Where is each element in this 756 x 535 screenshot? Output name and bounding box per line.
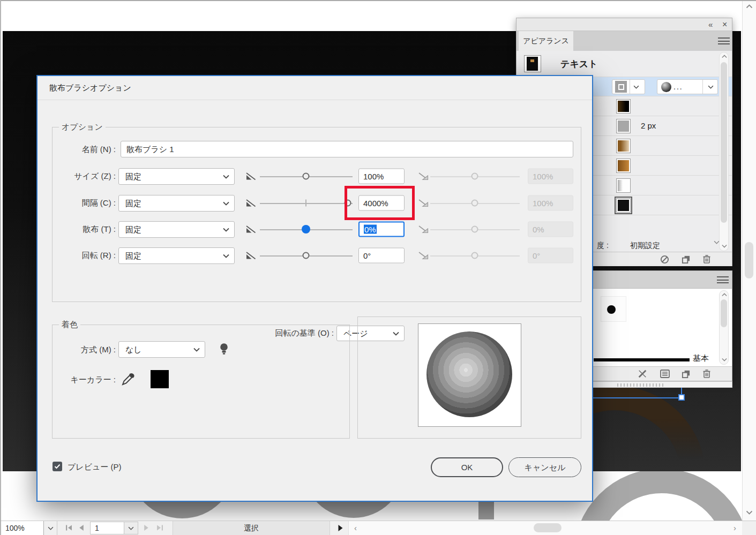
scroll-up-icon[interactable] [722,55,727,58]
options-group: オプション 名前 (N) : 散布ブラシ 1 サイズ (Z) : 固定 100% [52,127,581,302]
horizontal-scrollbar[interactable]: ‹ › [348,521,742,535]
key-color-swatch[interactable] [151,370,169,388]
next-artboard-icon[interactable] [144,524,149,531]
vertical-scrollbar[interactable] [742,0,756,521]
zoom-level-field[interactable]: 100% [1,521,44,535]
scroll-down-icon[interactable] [722,244,727,248]
chevron-down-icon[interactable] [708,85,714,89]
new-brush-icon[interactable] [682,370,691,379]
resize-grip-icon [617,383,665,387]
appearance-item-thumbnail [524,55,541,72]
slider-diagonal-icon [418,171,429,181]
brush-name-input[interactable]: 散布ブラシ 1 [121,141,573,157]
rotation-mode-select[interactable]: 固定 [118,247,235,264]
trash-icon[interactable] [702,369,711,379]
basic-brush-label: 基本 [693,353,709,364]
cancel-button[interactable]: キャンセル [508,457,581,477]
gray-swatch[interactable] [616,119,631,133]
spacing-random-field: 100% [528,195,573,211]
trash-icon[interactable] [702,254,711,264]
scroll-left-icon[interactable]: ‹ [354,523,357,532]
collapse-panel-icon[interactable]: « [708,19,713,31]
opacity-value[interactable]: 初期設定 [630,241,660,251]
scatter-mode-select[interactable]: 固定 [118,221,235,238]
size-random-knob [471,173,478,180]
scatter-slider-knob[interactable] [302,225,310,233]
scatter-brush-dot [607,305,616,314]
colorization-tips-icon[interactable] [220,343,228,356]
chevron-down-icon [223,228,229,232]
key-color-row: キーカラー : [53,369,331,390]
selection-anchor-handle[interactable] [678,394,685,401]
brush-options-icon[interactable] [660,370,670,378]
chevron-down-icon [223,175,229,179]
slider-diagonal-icon [245,251,256,260]
scrollbar-thumb[interactable] [721,62,727,223]
gradient-swatch[interactable] [616,139,631,153]
rotation-random-field: 0° [528,248,573,263]
illustrator-app: « × アピアランス テキスト [0,0,756,535]
rotation-slider-knob[interactable] [303,252,310,259]
size-mode-select[interactable]: 固定 [118,168,235,185]
remove-brush-stroke-icon[interactable] [638,369,647,379]
scroll-up-icon[interactable] [722,293,727,297]
tab-appearance[interactable]: アピアランス [519,31,573,51]
scatter-random-knob [471,226,478,233]
previous-artboard-icon[interactable] [78,524,84,531]
chevron-down-icon [223,201,229,206]
scrollbar-thumb[interactable] [534,523,562,532]
brush-name-ellipsis: ... [673,82,683,91]
duplicate-item-icon[interactable] [682,255,691,264]
name-label: 名前 (N) : [53,145,116,155]
scatter-row: 散布 (T) : 固定 0% 0% [53,216,573,243]
preview-checkbox[interactable] [53,462,62,471]
artboard-dropdown-icon[interactable] [124,522,138,534]
zoom-dropdown-icon[interactable] [44,521,57,535]
scatter-brush-options-dialog: 散布ブラシオプション オプション 名前 (N) : 散布ブラシ 1 サイズ (Z… [36,75,593,502]
panel-menu-icon[interactable] [717,276,729,283]
basic-brush-stroke[interactable] [594,358,690,361]
scroll-right-icon[interactable]: › [733,523,736,532]
gradient-swatch[interactable] [616,159,631,173]
black-swatch[interactable] [616,198,631,213]
clear-appearance-icon[interactable] [660,255,669,264]
gradient-swatch[interactable] [616,178,631,193]
scrollbar-thumb[interactable] [721,299,727,327]
scatter-brush-tile[interactable] [601,296,626,322]
dialog-title-separator [38,100,592,100]
scroll-down-icon[interactable] [746,510,753,515]
ok-button[interactable]: OK [431,457,503,477]
size-value-field[interactable]: 100% [358,169,405,184]
panel-menu-icon[interactable] [718,37,730,44]
scatter-value-field[interactable]: 0% [358,222,405,237]
stroke-swatch-control[interactable] [612,79,645,94]
scatter-label: 散布 (T) : [53,224,116,235]
scroll-down-icon[interactable] [722,358,727,361]
last-artboard-icon[interactable] [156,524,163,531]
opacity-label: 度 : [597,241,609,251]
appearance-item-row[interactable]: テキスト [517,51,732,77]
selection-path-line [593,397,682,398]
status-expander-icon[interactable] [338,524,343,532]
slider-diagonal-icon [245,224,256,234]
thumbnail-art [527,57,538,71]
status-indicator[interactable]: 選択 [173,521,330,535]
spacing-mode-select[interactable]: 固定 [118,195,235,212]
brush-definition-control[interactable]: ... [657,79,718,94]
scroll-up-icon[interactable] [746,4,753,9]
panel-scrollbar[interactable] [719,52,729,251]
check-icon [54,464,61,469]
gradient-swatch[interactable] [616,99,631,114]
artboard-number-field[interactable]: 1 [90,522,124,534]
chevron-down-icon [193,348,200,352]
eyedropper-icon[interactable] [121,372,135,386]
colorization-method-select[interactable]: なし [118,341,205,358]
chevron-down-icon[interactable] [633,85,639,89]
size-slider-knob[interactable] [303,173,310,180]
panel-scrollbar[interactable] [719,290,729,365]
close-panel-icon[interactable]: × [722,19,727,31]
rotation-value-field[interactable]: 0° [358,248,405,263]
first-artboard-icon[interactable] [65,524,73,531]
spacing-label: 間隔 (C) : [53,198,116,208]
scrollbar-thumb[interactable] [745,242,753,278]
